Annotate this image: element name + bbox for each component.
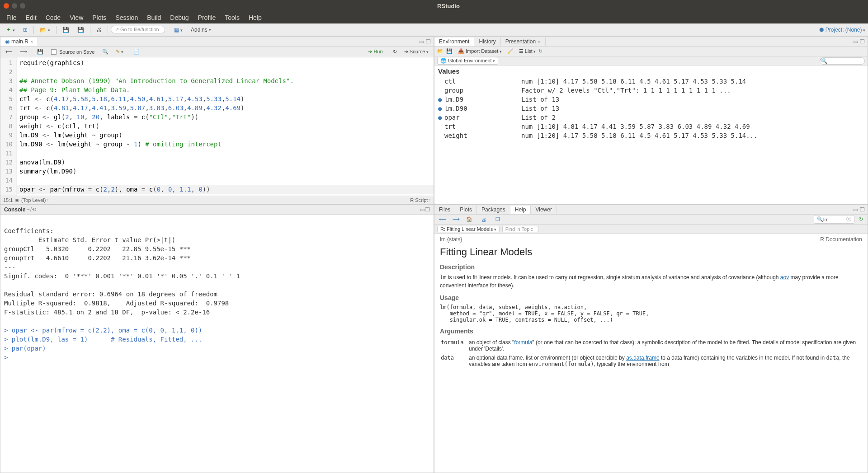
print-button[interactable]: 🖨 — [93, 25, 105, 34]
code-line-10[interactable]: lm.D90 <- lm(weight ~ group - 1) # omitt… — [19, 140, 222, 148]
source-on-save-checkbox[interactable] — [51, 49, 57, 55]
save-workspace-button[interactable]: 💾 — [446, 48, 453, 54]
code-line-14[interactable] — [19, 177, 23, 184]
tools-grid-button[interactable]: ▦ — [171, 25, 186, 34]
menu-tools[interactable]: Tools — [221, 13, 243, 22]
help-search-input[interactable]: 🔍 lm ⓧ — [814, 215, 854, 224]
window-maximize-button[interactable] — [20, 3, 25, 9]
menu-profile[interactable]: Profile — [194, 13, 220, 22]
code-line-4[interactable]: ## Page 9: Plant Weight Data. — [19, 86, 130, 94]
menu-debug[interactable]: Debug — [166, 13, 192, 22]
code-line-3[interactable]: ## Annette Dobson (1990) "An Introductio… — [19, 77, 294, 84]
menu-edit[interactable]: Edit — [22, 13, 40, 22]
goto-file-input[interactable]: ↗ Go to file/function — [111, 26, 165, 33]
code-line-5[interactable]: ctl <- c(4.17,5.58,5.18,6.11,4.50,4.61,5… — [19, 95, 244, 103]
help-breadcrumb[interactable]: R: Fitting Linear Models — [437, 226, 500, 232]
menu-session[interactable]: Session — [112, 13, 142, 22]
console-reload-icon[interactable]: ⟲ — [32, 206, 36, 213]
env-row-opar[interactable]: ●oparList of 2 — [434, 113, 868, 122]
env-row-lm.D90[interactable]: ●lm.D90List of 13 — [434, 104, 868, 113]
help-forward-button[interactable]: ⟶ — [451, 216, 462, 222]
menu-plots[interactable]: Plots — [89, 13, 110, 22]
window-minimize-button[interactable] — [12, 3, 17, 9]
code-line-15[interactable]: opar <- par(mfrow = c(2,2), oma = c(0, 0… — [17, 185, 434, 194]
env-tab-presentation[interactable]: Presentation × — [501, 37, 546, 46]
minimize-icon[interactable]: ▭ — [853, 38, 858, 45]
maximize-icon[interactable]: ❐ — [426, 38, 431, 45]
source-nav-back-button[interactable]: ⟵ — [3, 48, 15, 55]
expand-icon[interactable]: ● — [438, 114, 444, 121]
menu-view[interactable]: View — [66, 13, 87, 22]
code-line-8[interactable]: weight <- c(ctl, trt) — [19, 122, 99, 130]
env-row-lm.D9[interactable]: ●lm.D9List of 13 — [434, 95, 868, 104]
maximize-icon[interactable]: ❐ — [860, 206, 865, 213]
code-line-7[interactable]: group <- gl(2, 10, 20, labels = c("Ctl",… — [19, 113, 198, 121]
save-all-button[interactable]: 💾 — [74, 25, 87, 34]
expand-icon[interactable]: ● — [438, 105, 444, 112]
view-mode-button[interactable]: ☰ List — [519, 48, 536, 54]
project-menu[interactable]: ⬢ Project: (None) — [819, 27, 865, 33]
env-row-group[interactable]: groupFactor w/ 2 levels "Ctl","Trt": 1 1… — [434, 86, 868, 95]
env-scope-selector[interactable]: 🌐 Global Environment — [437, 57, 498, 65]
rerun-button[interactable]: ↻ — [391, 48, 399, 55]
new-file-button[interactable]: ＋ — [3, 24, 18, 35]
help-tab-viewer[interactable]: Viewer — [531, 206, 557, 214]
env-tab-history[interactable]: History — [474, 37, 500, 46]
code-line-1[interactable]: require(graphics) — [19, 59, 84, 66]
code-line-12[interactable]: anova(lm.D9) — [19, 159, 65, 166]
menu-code[interactable]: Code — [42, 13, 64, 22]
save-source-button[interactable]: 💾 — [35, 48, 46, 55]
code-line-13[interactable]: summary(lm.D90) — [19, 168, 76, 175]
source-file-tab[interactable]: ◉ main.R × — [0, 37, 38, 46]
help-tab-files[interactable]: Files — [434, 206, 455, 214]
source-nav-fwd-button[interactable]: ⟶ — [18, 48, 29, 55]
open-file-button[interactable]: 📂 — [37, 25, 53, 34]
expand-icon[interactable]: ● — [438, 96, 444, 103]
menu-help[interactable]: Help — [245, 13, 265, 22]
source-button[interactable]: ➔ Source — [402, 48, 431, 55]
code-line-2[interactable] — [19, 68, 23, 75]
help-print-button[interactable]: 🖨 — [480, 217, 488, 222]
help-tab-help[interactable]: Help — [510, 206, 531, 214]
help-back-button[interactable]: ⟵ — [437, 216, 448, 222]
import-dataset-button[interactable]: 📥 Import Dataset — [458, 48, 502, 54]
help-find-in-topic-input[interactable]: Find in Topic — [502, 226, 538, 232]
code-line-9[interactable]: lm.D9 <- lm(weight ~ group) — [19, 131, 123, 139]
load-workspace-button[interactable]: 📂 — [437, 48, 443, 54]
addins-button[interactable]: Addins — [188, 25, 214, 34]
env-tab-environment[interactable]: Environment — [434, 37, 474, 46]
refresh-env-button[interactable]: ↻ — [538, 48, 542, 54]
menu-file[interactable]: File — [3, 13, 20, 22]
env-search-input[interactable] — [820, 57, 865, 65]
help-home-button[interactable]: 🏠 — [464, 216, 474, 222]
report-button[interactable]: 📄 — [131, 48, 142, 55]
save-button[interactable]: 💾 — [59, 25, 72, 34]
maximize-icon[interactable]: ❐ — [860, 38, 865, 45]
env-row-weight[interactable]: weightnum [1:20] 4.17 5.58 5.18 6.11 4.5… — [434, 131, 868, 140]
help-link-aov[interactable]: aov — [780, 274, 789, 281]
help-tab-packages[interactable]: Packages — [477, 206, 510, 214]
file-type-indicator[interactable]: R Script — [410, 197, 428, 203]
clear-workspace-button[interactable]: 🧹 — [507, 48, 514, 54]
close-icon[interactable]: × — [538, 39, 540, 44]
help-refresh-button[interactable]: ↻ — [857, 216, 865, 222]
help-link-formula[interactable]: formula — [514, 339, 532, 346]
code-line-11[interactable] — [19, 150, 23, 157]
help-tab-plots[interactable]: Plots — [455, 206, 477, 214]
window-close-button[interactable] — [4, 3, 9, 9]
help-content[interactable]: lm {stats} R Documentation Fitting Linea… — [434, 234, 868, 473]
run-button[interactable]: ➔ Run — [366, 48, 385, 55]
code-line-6[interactable]: trt <- c(4.81,4.17,4.41,3.59,5.87,3.83,6… — [19, 104, 244, 112]
help-link-asdataframe[interactable]: as.data.frame — [626, 355, 659, 361]
find-replace-button[interactable]: 🔍 — [100, 48, 111, 55]
help-popout-button[interactable]: ❐ — [494, 216, 502, 222]
minimize-icon[interactable]: ▭ — [420, 206, 425, 213]
minimize-icon[interactable]: ▭ — [853, 206, 858, 213]
close-icon[interactable]: × — [30, 39, 33, 44]
console-output[interactable]: Coefficients: Estimate Std. Error t valu… — [0, 215, 434, 473]
new-project-button[interactable]: ⊞ — [20, 25, 31, 34]
env-row-ctl[interactable]: ctlnum [1:10] 4.17 5.58 5.18 6.11 4.5 4.… — [434, 77, 868, 86]
minimize-icon[interactable]: ▭ — [419, 38, 424, 45]
maximize-icon[interactable]: ❐ — [425, 206, 430, 213]
menu-build[interactable]: Build — [143, 13, 165, 22]
